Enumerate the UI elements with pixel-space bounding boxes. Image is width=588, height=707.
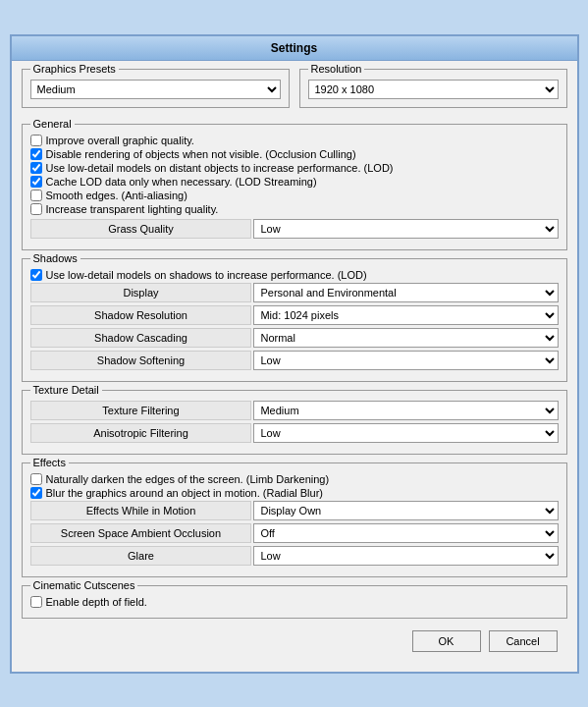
texture-filtering-label: Texture Filtering: [30, 401, 252, 420]
checkbox-row-antialiasing: Smooth edges. (Anti-aliasing): [30, 190, 559, 201]
texture-filtering-control: Low Medium High: [253, 401, 558, 420]
ok-button[interactable]: OK: [412, 630, 481, 652]
cancel-button[interactable]: Cancel: [489, 630, 558, 652]
ssao-label: Screen Space Ambient Occlusion: [30, 523, 252, 543]
shadow-display-select[interactable]: None Personal and Environmental All: [253, 283, 558, 302]
cinematic-label: Cinematic Cutscenes: [30, 579, 138, 591]
checkbox-row-transparent: Increase transparent lighting quality.: [30, 203, 559, 215]
checkbox-lod-streaming-label: Cache LOD data only when necessary. (LOD…: [46, 176, 317, 188]
effects-while-motion-label: Effects While in Motion: [30, 501, 252, 520]
anisotropic-filtering-row: Anisotropic Filtering Off Low Medium Hig…: [30, 423, 559, 443]
shadow-resolution-row: Shadow Resolution Low: 512 pixels Mid: 1…: [30, 305, 559, 325]
ssao-control: Off Low Medium High: [253, 523, 558, 543]
shadow-cascading-label: Shadow Cascading: [30, 328, 252, 348]
checkbox-improve-quality[interactable]: [30, 135, 42, 146]
checkbox-occlusion-culling[interactable]: [30, 148, 42, 160]
shadow-display-row: Display None Personal and Environmental …: [30, 283, 559, 302]
resolution-group: Resolution 1920 x 1080 1280 x 720 1600 x…: [299, 69, 567, 108]
resolution-select[interactable]: 1920 x 1080 1280 x 720 1600 x 900: [308, 80, 559, 99]
checkbox-lod-streaming[interactable]: [30, 176, 42, 188]
glare-row: Glare Off Low Medium High: [30, 546, 559, 566]
texture-filtering-select[interactable]: Low Medium High: [253, 401, 558, 420]
checkbox-antialiasing[interactable]: [30, 190, 42, 201]
limb-darkening-row: Naturally darken the edges of the screen…: [30, 473, 559, 485]
radial-blur-row: Blur the graphics around an object in mo…: [30, 487, 559, 499]
button-row: OK Cancel: [22, 626, 567, 654]
shadow-resolution-select[interactable]: Low: 512 pixels Mid: 1024 pixels High: 2…: [253, 305, 558, 325]
graphics-presets-label: Graphics Presets: [30, 63, 119, 75]
glare-label: Glare: [30, 546, 252, 566]
settings-dialog: Settings Graphics Presets Low Medium Hig…: [10, 34, 579, 674]
effects-label: Effects: [30, 457, 69, 468]
graphics-presets-select[interactable]: Low Medium High Ultra: [30, 80, 281, 99]
anisotropic-filtering-label: Anisotropic Filtering: [30, 423, 252, 443]
anisotropic-filtering-select[interactable]: Off Low Medium High: [253, 423, 558, 443]
checkbox-lod-label: Use low-detail models on distant objects…: [46, 162, 394, 174]
shadows-label: Shadows: [30, 252, 80, 264]
shadow-softening-label: Shadow Softening: [30, 351, 252, 370]
checkbox-limb-darkening[interactable]: [30, 473, 42, 485]
checkbox-row-lod-streaming: Cache LOD data only when necessary. (LOD…: [30, 176, 559, 188]
checkbox-radial-blur[interactable]: [30, 487, 42, 499]
effects-while-motion-select[interactable]: Off Display Own Display All: [253, 501, 558, 520]
grass-quality-control: Off Low Medium High: [253, 219, 558, 239]
resolution-label: Resolution: [308, 63, 365, 75]
texture-detail-label: Texture Detail: [30, 384, 102, 396]
checkbox-transparent-lighting-label: Increase transparent lighting quality.: [46, 203, 219, 215]
effects-while-motion-control: Off Display Own Display All: [253, 501, 558, 520]
graphics-presets-group: Graphics Presets Low Medium High Ultra: [22, 69, 290, 108]
texture-detail-group: Texture Detail Texture Filtering Low Med…: [22, 390, 567, 455]
general-group: General Improve overall graphic quality.…: [22, 124, 567, 250]
ssao-row: Screen Space Ambient Occlusion Off Low M…: [30, 523, 559, 543]
grass-quality-row: Grass Quality Off Low Medium High: [30, 219, 559, 239]
cinematic-group: Cinematic Cutscenes Enable depth of fiel…: [22, 585, 567, 619]
dialog-title: Settings: [12, 36, 577, 61]
checkbox-shadows-lod-label: Use low-detail models on shadows to incr…: [46, 269, 367, 281]
anisotropic-filtering-control: Off Low Medium High: [253, 423, 558, 443]
checkbox-shadows-lod[interactable]: [30, 269, 42, 281]
effects-group: Effects Naturally darken the edges of th…: [22, 462, 567, 577]
checkbox-depth-of-field-label: Enable depth of field.: [46, 596, 147, 608]
checkbox-row-occlusion: Disable rendering of objects when not vi…: [30, 148, 559, 160]
checkbox-transparent-lighting[interactable]: [30, 203, 42, 215]
checkbox-row-lod: Use low-detail models on distant objects…: [30, 162, 559, 174]
checkbox-depth-of-field[interactable]: [30, 596, 42, 608]
shadow-cascading-select[interactable]: Off Normal High: [253, 328, 558, 348]
checkbox-lod[interactable]: [30, 162, 42, 174]
checkbox-antialiasing-label: Smooth edges. (Anti-aliasing): [46, 190, 187, 201]
shadow-display-label: Display: [30, 283, 252, 302]
texture-filtering-row: Texture Filtering Low Medium High: [30, 401, 559, 420]
shadow-softening-control: Off Low High: [253, 351, 558, 370]
glare-select[interactable]: Off Low Medium High: [253, 546, 558, 566]
checkbox-limb-darkening-label: Naturally darken the edges of the screen…: [46, 473, 330, 485]
general-label: General: [30, 118, 75, 130]
shadows-group: Shadows Use low-detail models on shadows…: [22, 258, 567, 382]
glare-control: Off Low Medium High: [253, 546, 558, 566]
grass-quality-label: Grass Quality: [30, 219, 252, 239]
shadows-lod-row: Use low-detail models on shadows to incr…: [30, 269, 559, 281]
shadow-cascading-control: Off Normal High: [253, 328, 558, 348]
dof-row: Enable depth of field.: [30, 596, 559, 608]
checkbox-row-improve: Improve overall graphic quality.: [30, 135, 559, 146]
shadow-cascading-row: Shadow Cascading Off Normal High: [30, 328, 559, 348]
shadow-display-control: None Personal and Environmental All: [253, 283, 558, 302]
checkbox-radial-blur-label: Blur the graphics around an object in mo…: [46, 487, 323, 499]
effects-while-motion-row: Effects While in Motion Off Display Own …: [30, 501, 559, 520]
shadow-softening-select[interactable]: Off Low High: [253, 351, 558, 370]
ssao-select[interactable]: Off Low Medium High: [253, 523, 558, 543]
shadow-resolution-label: Shadow Resolution: [30, 305, 252, 325]
checkbox-improve-quality-label: Improve overall graphic quality.: [46, 135, 194, 146]
shadow-softening-row: Shadow Softening Off Low High: [30, 351, 559, 370]
shadow-resolution-control: Low: 512 pixels Mid: 1024 pixels High: 2…: [253, 305, 558, 325]
grass-quality-select[interactable]: Off Low Medium High: [253, 219, 558, 239]
checkbox-occlusion-culling-label: Disable rendering of objects when not vi…: [46, 148, 356, 160]
